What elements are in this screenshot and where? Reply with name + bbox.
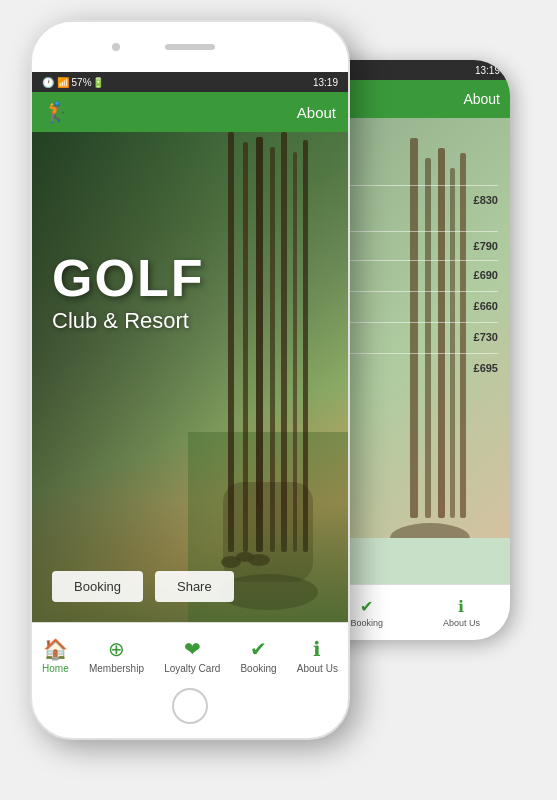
front-nav-home[interactable]: 🏠 Home <box>42 637 69 674</box>
hero-buttons: Booking Share <box>52 571 234 602</box>
back-status-time: 13:19 <box>475 65 500 76</box>
back-nav-booking[interactable]: ✔ Booking <box>350 597 383 628</box>
front-about-nav-icon: ℹ <box>313 637 321 661</box>
rate-price-5: £730 <box>474 331 498 343</box>
front-speaker <box>165 44 215 50</box>
front-top-bar <box>32 22 348 72</box>
back-booking-label: Booking <box>350 618 383 628</box>
front-booking-icon: ✔ <box>250 637 267 661</box>
front-nav-loyalty[interactable]: ❤ Loyalty Card <box>164 637 220 674</box>
back-about-label: About Us <box>443 618 480 628</box>
front-hero: GOLF Club & Resort Booking Share <box>32 132 348 622</box>
front-status-bar: 🕐 📶 57%🔋 13:19 <box>32 72 348 92</box>
front-home-icon: 🏠 <box>43 637 68 661</box>
front-camera <box>112 43 120 51</box>
rate-price-1: £830 <box>474 194 498 206</box>
share-button[interactable]: Share <box>155 571 234 602</box>
front-nav-about[interactable]: ℹ About Us <box>297 637 338 674</box>
booking-button[interactable]: Booking <box>52 571 143 602</box>
front-app-header: 🏌 About <box>32 92 348 132</box>
front-about-nav-label: About Us <box>297 663 338 674</box>
hero-grass <box>32 502 348 622</box>
rate-price-2: £790 <box>474 240 498 252</box>
rate-price-6: £695 <box>474 362 498 374</box>
rate-price-4: £660 <box>474 300 498 312</box>
front-loyalty-label: Loyalty Card <box>164 663 220 674</box>
front-about-label: About <box>297 104 336 121</box>
hero-text: GOLF Club & Resort <box>52 252 204 334</box>
front-golf-icon: 🏌 <box>44 100 69 124</box>
svg-point-5 <box>390 523 470 538</box>
front-loyalty-icon: ❤ <box>184 637 201 661</box>
hero-title: GOLF <box>52 252 204 304</box>
back-nav-about[interactable]: ℹ About Us <box>443 597 480 628</box>
hero-subtitle: Club & Resort <box>52 308 204 334</box>
scene: 🕐 📶 57%🔋 13:19 🏌 About ON RATES 017 <box>0 0 557 800</box>
front-nav-membership[interactable]: ⊕ Membership <box>89 637 144 674</box>
front-booking-label: Booking <box>240 663 276 674</box>
front-home-button-row <box>32 686 348 726</box>
front-home-label: Home <box>42 663 69 674</box>
front-bottom-nav: 🏠 Home ⊕ Membership ❤ Loyalty Card ✔ Boo… <box>32 622 348 686</box>
front-status-icons: 🕐 📶 57%🔋 <box>42 77 104 88</box>
front-status-time: 13:19 <box>313 77 338 88</box>
front-home-circle[interactable] <box>172 688 208 724</box>
front-membership-icon: ⊕ <box>108 637 125 661</box>
front-membership-label: Membership <box>89 663 144 674</box>
back-about-icon: ℹ <box>458 597 464 616</box>
front-nav-booking[interactable]: ✔ Booking <box>240 637 276 674</box>
back-about-label: About <box>463 91 500 107</box>
phone-front: 🕐 📶 57%🔋 13:19 🏌 About <box>30 20 350 740</box>
back-booking-icon: ✔ <box>360 597 373 616</box>
rate-price-3: £690 <box>474 269 498 281</box>
